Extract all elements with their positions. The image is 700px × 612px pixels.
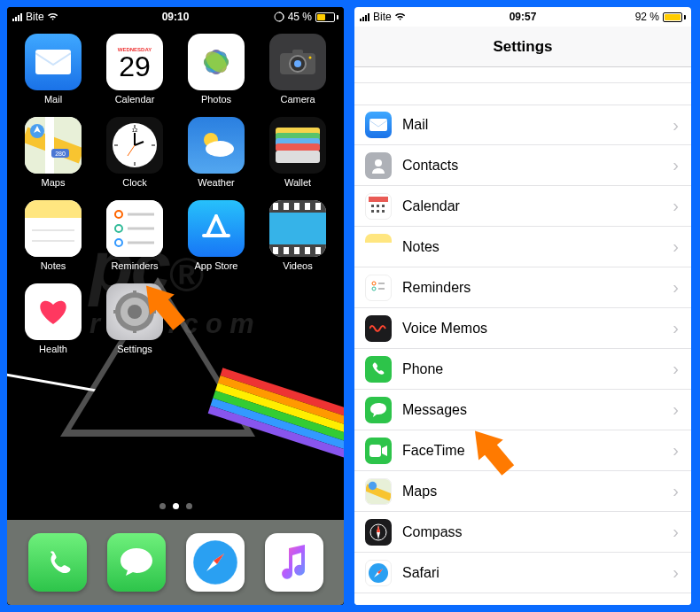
settings-list[interactable]: Mail › Contacts › Calendar › Notes › Rem… — [354, 67, 691, 605]
app-appstore[interactable]: App Store — [179, 200, 253, 271]
safari-icon — [365, 560, 392, 586]
svg-rect-67 — [133, 328, 136, 333]
row-safari[interactable]: Safari › — [354, 553, 691, 593]
chevron-right-icon: › — [673, 359, 679, 379]
calendar-icon — [365, 193, 392, 220]
app-health[interactable]: Health — [16, 283, 90, 354]
app-label: Weather — [198, 177, 234, 188]
app-camera[interactable]: Camera — [261, 34, 335, 105]
maps-icon: 280 — [25, 117, 82, 174]
row-calendar[interactable]: Calendar › — [354, 186, 691, 227]
dock-music[interactable] — [265, 533, 323, 592]
row-compass[interactable]: Compass › — [354, 512, 691, 553]
row-phone[interactable]: Phone › — [354, 349, 691, 390]
row-contacts[interactable]: Contacts › — [354, 145, 691, 186]
dock — [7, 520, 344, 605]
app-calendar[interactable]: WEDNESDAY 29 Calendar — [97, 34, 172, 105]
phone-icon — [365, 356, 392, 383]
row-mail[interactable]: Mail › — [354, 105, 691, 145]
calendar-icon: WEDNESDAY 29 — [106, 34, 163, 90]
app-reminders[interactable]: Reminders — [97, 200, 172, 271]
page-indicator[interactable] — [7, 503, 344, 509]
svg-rect-53 — [273, 203, 278, 210]
app-label: Mail — [44, 94, 62, 105]
appstore-icon — [188, 200, 245, 257]
chevron-right-icon: › — [673, 196, 679, 216]
status-time: 09:10 — [162, 11, 190, 23]
weather-icon — [188, 117, 245, 174]
row-notes[interactable]: Notes › — [354, 227, 691, 267]
row-messages[interactable]: Messages › — [354, 390, 691, 430]
svg-rect-72 — [369, 119, 387, 131]
app-label: Calendar — [115, 94, 155, 105]
svg-rect-12 — [292, 50, 303, 55]
chevron-right-icon: › — [673, 399, 679, 420]
dock-phone[interactable] — [28, 533, 87, 592]
svg-point-82 — [372, 287, 376, 291]
svg-rect-75 — [371, 205, 374, 207]
carrier-label: Bite — [373, 11, 392, 23]
svg-point-15 — [309, 57, 312, 59]
row-reminders[interactable]: Reminders › — [354, 267, 691, 308]
svg-rect-56 — [305, 203, 310, 210]
dock-messages[interactable] — [107, 533, 166, 592]
app-mail[interactable]: Mail — [16, 34, 90, 105]
svg-rect-79 — [377, 210, 379, 213]
app-wallet[interactable]: Wallet — [261, 117, 335, 188]
dock-safari[interactable] — [186, 533, 245, 592]
svg-rect-37 — [25, 218, 82, 257]
row-label: Maps — [402, 484, 673, 500]
app-photos[interactable]: Photos — [179, 34, 253, 105]
carrier-label: Bite — [26, 11, 44, 23]
svg-line-47 — [207, 216, 216, 236]
health-icon — [25, 283, 82, 340]
row-voicememos[interactable]: Voice Memos › — [354, 308, 691, 349]
dnd-moon-icon — [621, 12, 632, 22]
svg-rect-74 — [369, 197, 388, 202]
row-label: Compass — [402, 524, 673, 540]
app-label: Videos — [283, 260, 312, 271]
wifi-icon — [395, 12, 408, 21]
tutorial-container: pc® risk.com Bite 09:10 45 % — [0, 0, 700, 612]
app-notes[interactable]: Notes — [16, 200, 90, 271]
svg-point-65 — [128, 305, 142, 319]
battery-text: 45 % — [288, 11, 312, 23]
status-time: 09:57 — [509, 11, 537, 23]
battery-icon — [663, 12, 686, 22]
status-bar: Bite 09:10 45 % — [7, 7, 344, 27]
app-maps[interactable]: 280 Maps — [16, 117, 90, 188]
svg-rect-78 — [371, 210, 374, 213]
app-weather[interactable]: Weather — [179, 117, 253, 188]
chevron-right-icon: › — [673, 155, 679, 175]
battery-icon — [315, 12, 338, 22]
row-facetime[interactable]: FaceTime › — [354, 430, 691, 471]
signal-icon — [12, 12, 22, 21]
svg-rect-58 — [273, 247, 278, 254]
facetime-icon — [365, 438, 392, 464]
phone-home-screen: pc® risk.com Bite 09:10 45 % — [7, 7, 344, 605]
row-label: FaceTime — [402, 443, 673, 459]
maps-icon — [365, 478, 392, 505]
signal-icon — [360, 12, 369, 21]
svg-rect-68 — [113, 310, 119, 314]
row-maps[interactable]: Maps › — [354, 471, 691, 512]
app-label: Notes — [41, 260, 66, 271]
reminders-icon — [106, 200, 163, 257]
compass-icon — [365, 519, 392, 546]
svg-rect-55 — [294, 203, 299, 210]
svg-rect-80 — [382, 210, 385, 213]
svg-rect-85 — [369, 445, 381, 457]
videos-icon — [269, 200, 326, 257]
app-label: Health — [39, 344, 67, 354]
messages-icon — [365, 397, 392, 423]
app-clock[interactable]: 12 Clock — [97, 117, 172, 188]
row-label: Reminders — [402, 280, 673, 296]
svg-text:280: 280 — [55, 151, 66, 157]
home-app-grid: Mail WEDNESDAY 29 Calendar Photos Came — [7, 27, 344, 354]
settings-header: Settings — [354, 27, 691, 67]
app-videos[interactable]: Videos — [261, 200, 335, 271]
svg-rect-62 — [315, 247, 321, 254]
row-label: Voice Memos — [402, 321, 673, 337]
svg-rect-77 — [382, 205, 385, 207]
svg-rect-54 — [284, 203, 289, 210]
